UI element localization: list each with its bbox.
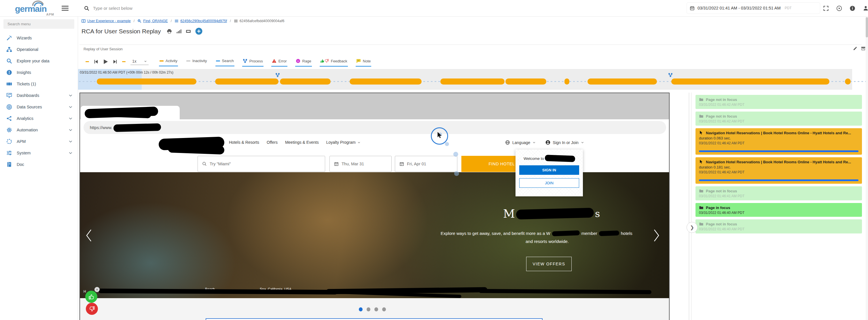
edit-pencil-icon[interactable] [853,46,857,50]
ticket-icon[interactable] [186,29,191,34]
process-marker-icon[interactable] [668,73,673,77]
collapse-panel-button[interactable]: ❯ [687,222,698,233]
hero-caption: H [84,289,86,293]
timeline-activity-segment[interactable] [440,78,504,84]
carousel-dot-active[interactable] [359,307,363,311]
join-button[interactable]: JOIN [519,178,579,188]
sidebar-item-automation[interactable]: Automation [0,124,78,136]
legend-toggle-error[interactable]: Error [271,56,287,67]
sidebar-item-data-sources[interactable]: Data Sources [0,101,78,113]
event-card-page-focus[interactable]: Page in focus03/31/2022 01:46:40 AM PDT [695,203,862,217]
carousel-dot[interactable] [374,307,378,311]
sidebar-item-wizards[interactable]: Wizards [0,32,78,44]
feedback-thumbs-up-button[interactable] [85,291,97,303]
event-card-page-not-focus[interactable]: Page not in focus03/31/2022 01:46:41 AM … [695,186,862,201]
sidebar-item-label: Wizards [17,36,32,40]
legend-toggle-inactivity[interactable]: Inactivity [186,56,208,66]
carousel-dot[interactable] [382,307,386,311]
timeline-activity-segment[interactable] [505,78,547,84]
legend-toggle-activity[interactable]: Activity [159,56,178,66]
fullscreen-icon[interactable] [823,5,829,11]
sidebar-item-apm[interactable]: APM [0,136,78,147]
timeline-activity-segment[interactable] [845,78,850,84]
timeline-activity-segment[interactable] [671,78,829,84]
sidebar-collapse-icon[interactable] [62,6,68,12]
destination-search-input[interactable]: Try "Miami" [197,156,325,172]
timeline-activity-segment[interactable] [588,78,657,84]
chevron-down-icon [68,105,72,109]
timeline-activity-segment[interactable] [215,78,278,84]
timeline-activity-segment[interactable] [564,78,569,84]
sign-in-button[interactable]: SIGN IN [519,165,579,175]
click-trail-dot [454,171,459,176]
sidebar-item-tickets-1[interactable]: Tickets (1) [0,78,78,90]
sidebar-item-analytics[interactable]: Analytics [0,113,78,124]
sidebar-item-system[interactable]: System [0,147,78,159]
timeline-activity-segment[interactable] [97,78,196,84]
legend-toggle-feedback[interactable]: Feedback [320,56,348,67]
event-card-navigation[interactable]: Navigation Hotel Reservations | Book Hot… [695,128,862,155]
timeline-activity-segment[interactable] [350,78,422,84]
play-circle-icon[interactable] [836,5,842,11]
language-menu[interactable]: Language [505,140,536,145]
info-icon[interactable] [849,5,855,11]
panel-splitter[interactable] [689,93,689,320]
sidebar-item-doc[interactable]: Doc [0,159,78,170]
breadcrumb-item[interactable]: 62456c290bc45d00094d975f [175,19,227,23]
timezone-label: PDT [785,6,792,10]
sidebar-item-operational[interactable]: Operational [0,44,78,55]
add-button[interactable] [195,28,203,35]
inactivity-dash-icon [186,60,190,62]
legend-toggle-process[interactable]: Process [242,56,264,67]
url-field[interactable]: https://www. [84,121,666,134]
event-card-page-not-focus[interactable]: Page not in focus03/31/2022 01:46:40 AM … [695,219,862,234]
timeline-activity-segment[interactable] [280,78,331,84]
view-offers-button[interactable]: VIEW OFFERS [526,257,572,271]
germain-apm-logo[interactable]: germain APM [15,2,53,15]
timeline[interactable]: 03/31/2022 01:46:50 AM PDT (+00h 00m 12s… [78,69,868,90]
close-icon[interactable]: × [94,287,100,292]
carousel-prev-icon[interactable] [85,229,92,242]
feedback-thumbs-down-button[interactable] [86,303,98,315]
skip-to-end-button[interactable] [113,59,118,64]
breadcrumb-item[interactable]: User Experience - example [82,19,131,23]
sidebar-search-input[interactable]: Search menu [3,19,74,29]
event-card-navigation[interactable]: Navigation Hotel Reservations | Book Hot… [695,157,862,184]
panel-splitter[interactable] [691,93,691,320]
scrollbar-thumb[interactable] [866,17,868,37]
sidebar-item-explore-your-data[interactable]: Explore your data [0,55,78,67]
skip-to-start-button[interactable] [94,59,98,64]
playback-speed-select[interactable]: 1x [130,58,149,65]
carousel-dot[interactable] [367,307,370,311]
checkin-date-field[interactable]: Thu, Mar 31 [330,156,392,172]
breadcrumb-item: 62456afcefbdd40009004af6 [234,19,284,23]
scrollbar[interactable] [866,16,868,320]
legend-toggle-search[interactable]: Search [215,56,235,66]
event-duration: duration 0.063 sec. [699,136,859,140]
process-marker-icon[interactable] [275,73,280,77]
nav-hotels-resorts[interactable]: Hotels & Resorts [229,140,259,145]
bars-icon [234,19,238,23]
breadcrumb-item[interactable]: Find, ORANGE [137,19,167,23]
play-button[interactable] [102,59,108,65]
nav-loyalty-program[interactable]: Loyalty Program [326,140,361,145]
print-icon[interactable] [167,29,172,34]
legend-toggle-note[interactable]: Note [356,56,371,67]
archive-icon[interactable] [861,46,865,50]
nav-meetings-events[interactable]: Meetings & Events [285,140,319,145]
marker-dash-icon [122,61,126,62]
user-icon[interactable] [863,5,868,11]
chart-bars-icon[interactable] [176,29,181,34]
sign-in-or-join-menu[interactable]: Sign In or Join [546,140,584,145]
nav-offers[interactable]: Offers [267,140,278,145]
event-card-page-not-focus[interactable]: Page not in focus03/31/2022 01:46:42 AM … [695,112,862,126]
date-range-picker[interactable]: 03/31/2022 01:41 AM - 03/31/2022 01:51 A… [687,2,820,14]
global-search-input[interactable]: Type or select below [84,0,132,16]
sidebar-item-label: Insights [17,70,31,75]
legend-toggle-rage[interactable]: Rage [295,56,312,67]
sidebar-item-insights[interactable]: Insights [0,67,78,78]
checkout-date-field[interactable]: Fri, Apr 01 [395,156,457,172]
event-card-page-not-focus[interactable]: Page not in focus03/31/2022 01:46:42 AM … [695,95,862,109]
sidebar-item-dashboards[interactable]: Dashboards [0,90,78,101]
browser-tab[interactable] [81,106,180,119]
